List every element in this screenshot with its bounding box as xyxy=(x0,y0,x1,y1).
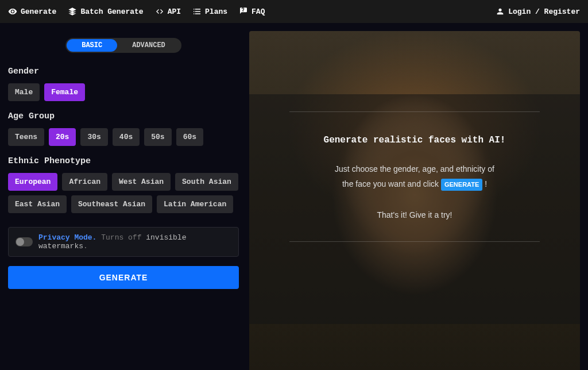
ethnic-option-southeast-asian[interactable]: Southeast Asian xyxy=(71,195,152,213)
code-icon xyxy=(155,7,164,16)
eye-icon xyxy=(8,7,17,16)
preview-desc3: ! xyxy=(485,179,487,188)
nav-login[interactable]: Login / Register xyxy=(496,7,580,16)
layers-icon xyxy=(68,7,77,16)
nav-batch-label: Batch Generate xyxy=(80,7,143,16)
preview-overlay: Generate realistic faces with AI! Just c… xyxy=(249,94,580,324)
tab-basic[interactable]: BASIC xyxy=(67,39,117,52)
age-title: Age Group xyxy=(8,111,239,121)
nav-api[interactable]: API xyxy=(155,7,181,16)
generate-chip: GENERATE xyxy=(441,179,482,191)
preview-cta: That's it! Give it a try! xyxy=(377,210,452,219)
list-icon xyxy=(192,7,202,16)
privacy-text3: . xyxy=(83,242,88,250)
nav-login-label: Login / Register xyxy=(508,7,580,16)
privacy-box: Privacy Mode. Turns off invisible waterm… xyxy=(8,227,239,257)
gender-option-male[interactable]: Male xyxy=(8,83,40,101)
controls-panel: BASIC ADVANCED Gender MaleFemale Age Gro… xyxy=(0,23,247,370)
gender-title: Gender xyxy=(8,67,239,76)
generate-button[interactable]: GENERATE xyxy=(8,266,239,289)
ethnic-option-south-asian[interactable]: South Asian xyxy=(175,173,238,191)
nav-faq[interactable]: FAQ xyxy=(239,7,265,16)
age-option-30s[interactable]: 30s xyxy=(80,128,107,146)
divider-top xyxy=(289,111,540,112)
nav-left: Generate Batch Generate API Plans FAQ xyxy=(8,7,265,16)
privacy-text: Privacy Mode. Turns off invisible waterm… xyxy=(38,233,231,250)
preview-desc2: the face you want and click GENERATE ! xyxy=(342,178,487,191)
ethnic-option-east-asian[interactable]: East Asian xyxy=(8,195,67,213)
main: BASIC ADVANCED Gender MaleFemale Age Gro… xyxy=(0,23,588,370)
nav-right: Login / Register xyxy=(496,7,580,16)
ethnic-option-latin-american[interactable]: Latin American xyxy=(157,195,233,213)
user-icon xyxy=(496,7,505,16)
navbar: Generate Batch Generate API Plans FAQ Lo… xyxy=(0,0,588,23)
gender-option-female[interactable]: Female xyxy=(44,83,85,101)
age-option-60s[interactable]: 60s xyxy=(176,128,203,146)
age-option-50s[interactable]: 50s xyxy=(144,128,171,146)
mode-tabs: BASIC ADVANCED xyxy=(65,38,181,53)
privacy-text1: Turns off xyxy=(96,233,146,242)
age-option-20s[interactable]: 20s xyxy=(49,128,76,146)
age-option-teens[interactable]: Teens xyxy=(8,128,44,146)
tab-advanced[interactable]: ADVANCED xyxy=(117,39,180,52)
ethnic-options: EuropeanAfricanWest AsianSouth AsianEast… xyxy=(8,173,239,213)
privacy-toggle[interactable] xyxy=(16,237,33,246)
preview-title: Generate realistic faces with AI! xyxy=(324,135,506,145)
preview-desc1: Just choose the gender, age, and ethnici… xyxy=(335,163,494,175)
nav-api-label: API xyxy=(168,7,181,16)
ethnic-title: Ethnic Phenotype xyxy=(8,156,239,166)
age-option-40s[interactable]: 40s xyxy=(113,128,140,146)
gender-options: MaleFemale xyxy=(8,83,239,101)
help-icon xyxy=(239,7,248,16)
divider-bottom xyxy=(289,241,540,242)
privacy-label[interactable]: Privacy Mode. xyxy=(38,233,96,242)
nav-batch[interactable]: Batch Generate xyxy=(68,7,143,16)
preview-panel: Generate realistic faces with AI! Just c… xyxy=(247,23,588,370)
preview-desc2-text: the face you want and click xyxy=(342,179,439,188)
nav-faq-label: FAQ xyxy=(252,7,265,16)
nav-generate-label: Generate xyxy=(21,7,56,16)
ethnic-option-west-asian[interactable]: West Asian xyxy=(112,173,171,191)
nav-plans[interactable]: Plans xyxy=(192,7,227,16)
nav-generate[interactable]: Generate xyxy=(8,7,56,16)
preview-image: Generate realistic faces with AI! Just c… xyxy=(249,31,580,370)
ethnic-option-european[interactable]: European xyxy=(8,173,57,191)
nav-plans-label: Plans xyxy=(205,7,227,16)
age-options: Teens20s30s40s50s60s xyxy=(8,128,239,146)
ethnic-option-african[interactable]: African xyxy=(62,173,107,191)
